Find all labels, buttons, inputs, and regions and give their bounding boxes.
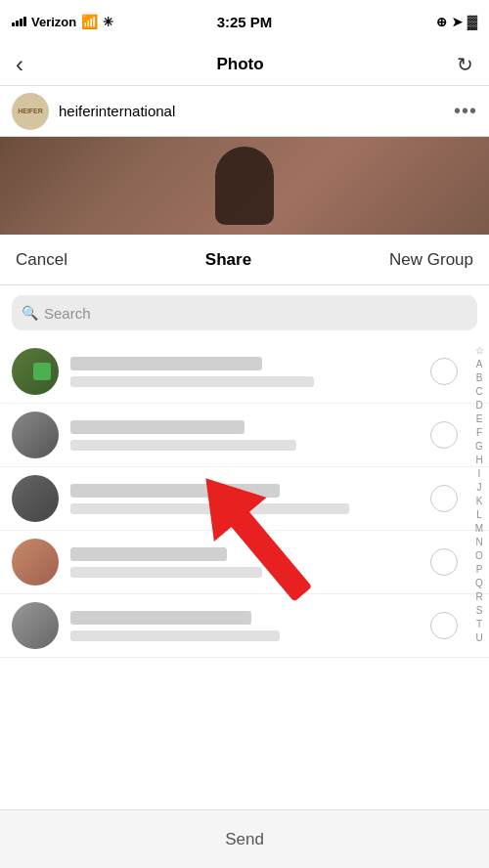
profile-row[interactable]: HEIFER heiferinternational ••• bbox=[0, 86, 489, 137]
contact-sub-blur bbox=[70, 440, 296, 451]
signal-bar-2 bbox=[16, 21, 19, 26]
alpha-letter[interactable]: D bbox=[471, 399, 487, 412]
nav-bar: ‹ Photo ↻ bbox=[0, 43, 489, 86]
battery-icon: ▓ bbox=[467, 14, 477, 29]
back-button[interactable]: ‹ bbox=[16, 51, 23, 78]
contact-select-radio[interactable] bbox=[430, 358, 458, 385]
contact-info bbox=[70, 547, 419, 578]
status-bar: Verizon 📶 ✳ 3:25 PM ⊕ ➤ ▓ bbox=[0, 0, 489, 43]
contact-name-blur bbox=[70, 357, 262, 370]
alpha-letter[interactable]: J bbox=[471, 481, 487, 494]
alpha-letter[interactable]: ☆ bbox=[471, 344, 487, 357]
cancel-button[interactable]: Cancel bbox=[16, 250, 67, 270]
alpha-letter[interactable]: O bbox=[471, 549, 487, 562]
alpha-letter[interactable]: P bbox=[471, 563, 487, 576]
search-bar[interactable]: 🔍 Search bbox=[12, 295, 477, 330]
search-container: 🔍 Search bbox=[0, 285, 489, 340]
page-title: Photo bbox=[216, 55, 263, 74]
contact-select-radio[interactable] bbox=[430, 421, 458, 449]
status-time: 3:25 PM bbox=[217, 14, 273, 30]
more-options-button[interactable]: ••• bbox=[454, 100, 477, 122]
search-icon: 🔍 bbox=[22, 305, 38, 321]
avatar bbox=[12, 348, 59, 395]
alpha-letter[interactable]: I bbox=[471, 467, 487, 480]
alpha-letter[interactable]: N bbox=[471, 536, 487, 548]
contact-name-blur bbox=[70, 420, 244, 434]
alpha-letter[interactable]: H bbox=[471, 454, 487, 466]
action-bar: Cancel Share New Group bbox=[0, 235, 489, 285]
photo-header bbox=[0, 137, 489, 235]
list-item[interactable] bbox=[0, 467, 489, 531]
alpha-letter[interactable]: E bbox=[471, 412, 487, 425]
signal-bars bbox=[12, 17, 26, 26]
carrier-label: Verizon bbox=[31, 15, 76, 29]
profile-username: heiferinternational bbox=[59, 103, 444, 119]
contact-info bbox=[70, 357, 419, 387]
alpha-letter[interactable]: L bbox=[471, 508, 487, 521]
contact-info bbox=[70, 484, 419, 514]
avatar bbox=[12, 475, 59, 522]
contact-name-blur bbox=[70, 611, 251, 625]
list-item[interactable] bbox=[0, 531, 489, 594]
status-left: Verizon 📶 ✳ bbox=[12, 14, 113, 29]
send-button[interactable]: Send bbox=[225, 830, 264, 849]
refresh-button[interactable]: ↻ bbox=[457, 53, 473, 76]
contact-name-blur bbox=[70, 484, 280, 498]
alpha-letter[interactable]: Q bbox=[471, 577, 487, 589]
photo-person-silhouette bbox=[215, 147, 274, 225]
contacts-list bbox=[0, 340, 489, 658]
contact-info bbox=[70, 611, 419, 641]
alpha-letter[interactable]: C bbox=[471, 385, 487, 398]
alphabet-index: ☆ABCDEFGHIJKLMNOPQRSTU bbox=[471, 340, 487, 648]
contact-sub-blur bbox=[70, 376, 314, 387]
avatar bbox=[12, 539, 59, 586]
alpha-letter[interactable]: U bbox=[471, 631, 487, 644]
contact-sub-blur bbox=[70, 567, 262, 578]
alpha-letter[interactable]: T bbox=[471, 618, 487, 630]
contacts-area: ☆ABCDEFGHIJKLMNOPQRSTU bbox=[0, 340, 489, 658]
alpha-letter[interactable]: M bbox=[471, 522, 487, 535]
contact-select-radio[interactable] bbox=[430, 612, 458, 639]
signal-bar-3 bbox=[20, 19, 22, 26]
avatar bbox=[12, 602, 59, 649]
alpha-letter[interactable]: R bbox=[471, 590, 487, 603]
alpha-letter[interactable]: B bbox=[471, 371, 487, 384]
navigation-icon: ➤ bbox=[452, 15, 463, 29]
contact-select-radio[interactable] bbox=[430, 548, 458, 576]
alpha-letter[interactable]: A bbox=[471, 358, 487, 370]
alpha-letter[interactable]: K bbox=[471, 495, 487, 507]
avatar bbox=[12, 412, 59, 458]
new-group-button[interactable]: New Group bbox=[389, 250, 473, 270]
contact-select-radio[interactable] bbox=[430, 485, 458, 512]
send-bar: Send bbox=[0, 809, 489, 868]
contact-name-blur bbox=[70, 547, 227, 561]
search-input[interactable]: Search bbox=[44, 305, 91, 322]
contact-sub-blur bbox=[70, 503, 349, 514]
wifi-icon: 📶 bbox=[81, 14, 98, 29]
list-item[interactable] bbox=[0, 340, 489, 404]
signal-bar-4 bbox=[23, 17, 26, 26]
list-item[interactable] bbox=[0, 404, 489, 467]
contact-info bbox=[70, 420, 419, 451]
location-icon: ⊕ bbox=[436, 15, 447, 29]
alpha-letter[interactable]: F bbox=[471, 426, 487, 439]
signal-bar-1 bbox=[12, 22, 15, 26]
brightness-icon: ✳ bbox=[103, 15, 113, 29]
avatar: HEIFER bbox=[12, 93, 49, 130]
contact-sub-blur bbox=[70, 630, 280, 641]
alpha-letter[interactable]: G bbox=[471, 440, 487, 453]
status-right: ⊕ ➤ ▓ bbox=[436, 14, 477, 29]
alpha-letter[interactable]: S bbox=[471, 604, 487, 617]
share-button[interactable]: Share bbox=[205, 250, 251, 270]
verified-badge bbox=[33, 363, 51, 380]
list-item[interactable] bbox=[0, 594, 489, 658]
